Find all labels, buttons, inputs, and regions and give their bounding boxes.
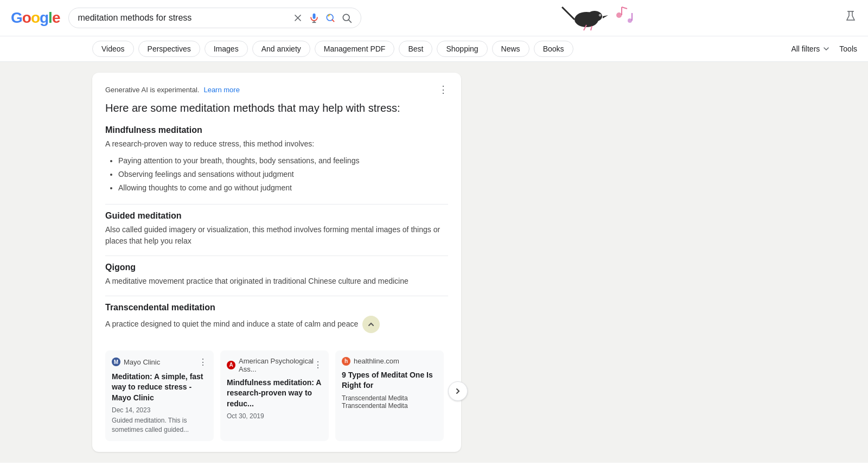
qigong-section: Qigong A meditative movement practice th… — [105, 263, 448, 287]
svg-line-17 — [591, 26, 592, 30]
all-filters-button[interactable]: All filters — [791, 44, 831, 53]
svg-marker-8 — [603, 15, 608, 18]
divider — [105, 296, 448, 296]
source-name-row: h healthline.com — [342, 357, 399, 366]
svg-rect-0 — [313, 14, 316, 19]
search-icon — [341, 12, 352, 23]
mayo-name: Mayo Clinic — [124, 358, 160, 366]
disclaimer-text: Generative AI is experimental. — [105, 86, 199, 94]
chevron-up-icon — [367, 320, 375, 329]
ai-panel: Generative AI is experimental. Learn mor… — [92, 73, 461, 452]
filter-books[interactable]: Books — [534, 41, 573, 57]
chevron-down-icon — [822, 44, 831, 53]
scroll-up-button[interactable] — [362, 316, 380, 333]
source-cards: M Mayo Clinic ⋮ Meditation: A simple, fa… — [105, 350, 444, 441]
svg-point-14 — [628, 18, 632, 23]
filter-and-anxiety[interactable]: And anxiety — [252, 41, 310, 57]
guided-desc: Also called guided imagery or visualizat… — [105, 224, 448, 247]
card-header-healthline: h healthline.com — [342, 357, 437, 366]
healthline-favicon: h — [342, 357, 350, 366]
flask-button[interactable] — [844, 10, 857, 26]
source-card-apa: A American Psychological Ass... ⋮ Mindfu… — [220, 350, 329, 441]
svg-line-13 — [622, 7, 627, 9]
filter-images[interactable]: Images — [205, 41, 248, 57]
mayo-title[interactable]: Meditation: A simple, fast way to reduce… — [112, 372, 207, 404]
filter-best[interactable]: Best — [399, 41, 432, 57]
mindfulness-list: Paying attention to your breath, thought… — [105, 154, 448, 195]
qigong-title: Qigong — [105, 263, 448, 272]
source-card-healthline: h healthline.com 9 Types of Meditat One … — [335, 350, 444, 441]
flask-icon — [844, 10, 857, 23]
mindfulness-section: Mindfulness meditation A research-proven… — [105, 125, 448, 195]
doodle-area — [370, 4, 835, 31]
guided-section: Guided meditation Also called guided ima… — [105, 211, 448, 247]
mindfulness-title: Mindfulness meditation — [105, 125, 448, 135]
card-header-apa: A American Psychological Ass... ⋮ — [227, 357, 322, 373]
card-more-button[interactable]: ⋮ — [199, 357, 207, 367]
divider — [105, 256, 448, 256]
header: Google meditation methods for stress — [0, 0, 868, 36]
filter-videos[interactable]: Videos — [92, 41, 134, 57]
clear-icon — [292, 12, 303, 23]
list-item: Paying attention to your breath, thought… — [118, 154, 448, 168]
list-item: Allowing thoughts to come and go without… — [118, 181, 448, 195]
healthline-tag-1: Transcendental Medita — [342, 394, 437, 402]
search-button[interactable] — [341, 12, 352, 23]
healthline-title[interactable]: 9 Types of Meditat One Is Right for — [342, 370, 437, 391]
filter-management-pdf[interactable]: Management PDF — [315, 41, 395, 57]
ai-heading: Here are some meditation methods that ma… — [105, 102, 448, 114]
chevron-right-icon — [454, 387, 462, 395]
mayo-snippet: Guided meditation. This is sometimes cal… — [112, 416, 207, 435]
filter-shopping[interactable]: Shopping — [437, 41, 487, 57]
healthline-tags: Transcendental Medita Transcendental Med… — [342, 394, 437, 410]
qigong-desc: A meditative movement practice that orig… — [105, 276, 448, 287]
main-content: Generative AI is experimental. Learn mor… — [0, 62, 868, 463]
more-options-button[interactable]: ⋮ — [438, 84, 448, 95]
clear-button[interactable] — [292, 12, 303, 23]
divider — [105, 204, 448, 205]
source-name-row: M Mayo Clinic — [112, 358, 160, 366]
lens-button[interactable] — [325, 12, 336, 23]
apa-title[interactable]: Mindfulness meditation: A research-prove… — [227, 378, 322, 410]
transcendental-desc: A practice designed to quiet the mind an… — [105, 318, 358, 330]
card-header-mayo: M Mayo Clinic ⋮ — [112, 357, 207, 367]
apa-name: American Psychological Ass... — [239, 357, 314, 373]
list-item: Observing feelings and sensations withou… — [118, 168, 448, 181]
svg-point-10 — [599, 15, 601, 16]
healthline-name: healthline.com — [354, 357, 399, 365]
apa-date: Oct 30, 2019 — [227, 412, 322, 420]
svg-point-11 — [616, 12, 622, 18]
all-filters-label: All filters — [791, 44, 820, 53]
search-bar[interactable]: meditation methods for stress — [68, 8, 361, 28]
mindfulness-desc: A research-proven way to reduce stress, … — [105, 138, 448, 150]
healthline-tag-2: Transcendental Medita — [342, 402, 437, 410]
learn-more-link[interactable]: Learn more — [203, 86, 239, 94]
svg-point-7 — [587, 11, 602, 22]
filter-news[interactable]: News — [492, 41, 529, 57]
filter-perspectives[interactable]: Perspectives — [138, 41, 200, 57]
lens-icon — [325, 12, 336, 23]
transcendental-desc-row: A practice designed to quiet the mind an… — [105, 316, 448, 333]
doodle-decoration — [554, 4, 652, 31]
source-cards-wrapper: M Mayo Clinic ⋮ Meditation: A simple, fa… — [105, 342, 448, 441]
svg-line-5 — [349, 20, 352, 23]
filters-right: All filters Tools — [791, 44, 857, 53]
microphone-icon — [309, 12, 320, 23]
transcendental-section: Transcendental meditation A practice des… — [105, 303, 448, 333]
filters-bar: Videos Perspectives Images And anxiety M… — [0, 36, 868, 62]
tools-button[interactable]: Tools — [839, 44, 857, 53]
apa-favicon: A — [227, 361, 235, 369]
source-card-mayo: M Mayo Clinic ⋮ Meditation: A simple, fa… — [105, 350, 214, 441]
google-logo: Google — [11, 9, 60, 27]
mayo-favicon: M — [112, 358, 120, 366]
mayo-date: Dec 14, 2023 — [112, 406, 207, 414]
ai-disclaimer: Generative AI is experimental. Learn mor… — [105, 84, 448, 95]
card-more-button[interactable]: ⋮ — [314, 360, 322, 370]
source-name-row: A American Psychological Ass... — [227, 357, 314, 373]
microphone-button[interactable] — [309, 12, 320, 23]
transcendental-title: Transcendental meditation — [105, 303, 448, 312]
search-input[interactable]: meditation methods for stress — [78, 13, 287, 23]
guided-title: Guided meditation — [105, 211, 448, 221]
cards-next-button[interactable] — [448, 381, 468, 401]
